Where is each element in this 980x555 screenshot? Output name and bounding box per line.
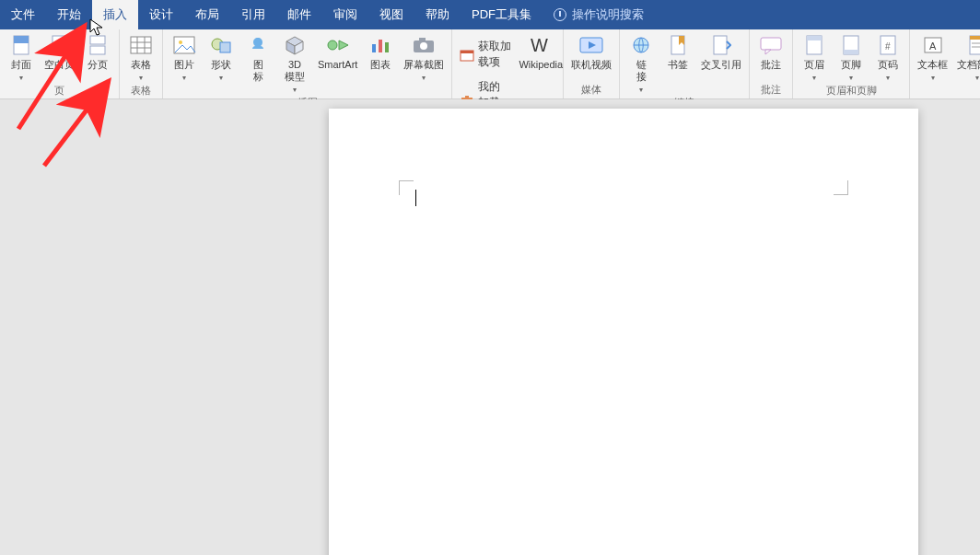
group-pages-label: 页 xyxy=(6,84,113,99)
page-number-icon: # xyxy=(875,33,901,57)
get-addins-button[interactable]: 获取加载项 xyxy=(458,37,515,72)
tell-me-label: 操作说明搜索 xyxy=(572,6,644,23)
icons-button[interactable]: 图 标 xyxy=(242,31,274,83)
pictures-icon xyxy=(171,33,197,57)
cross-reference-label: 交叉引用 xyxy=(701,59,741,71)
svg-rect-35 xyxy=(714,36,727,54)
group-links: 链 接 书签 交叉引用 链接 xyxy=(620,29,750,98)
3d-models-label: 3D 模型 xyxy=(285,59,305,83)
shapes-button[interactable]: 形状 xyxy=(205,31,237,84)
text-cursor xyxy=(415,190,416,206)
svg-rect-5 xyxy=(131,37,151,53)
smartart-icon xyxy=(325,33,351,57)
svg-rect-4 xyxy=(90,46,105,54)
page-number-button[interactable]: # 页码 xyxy=(872,31,904,84)
cover-page-label: 封面 xyxy=(11,59,31,71)
icons-icon xyxy=(245,33,271,57)
chart-button[interactable]: 图表 xyxy=(365,31,396,71)
bookmark-button[interactable]: 书签 xyxy=(662,31,694,71)
svg-rect-47 xyxy=(970,36,980,40)
tab-mailings[interactable]: 邮件 xyxy=(276,0,322,29)
3d-models-button[interactable]: 3D 模型 xyxy=(279,31,310,96)
textbox-button[interactable]: A 文本框 xyxy=(916,31,950,84)
header-button[interactable]: 页眉 xyxy=(799,31,830,84)
blank-page-button[interactable]: 空白页 xyxy=(42,31,76,71)
pictures-label: 图片 xyxy=(174,59,194,71)
svg-marker-18 xyxy=(339,40,348,50)
margin-marker-top-right xyxy=(834,180,848,195)
mouse-cursor-icon xyxy=(89,18,104,37)
page-break-label: 分页 xyxy=(88,59,108,71)
tab-references[interactable]: 引用 xyxy=(230,0,276,29)
screenshot-button[interactable]: 屏幕截图 xyxy=(402,31,446,84)
screenshot-label: 屏幕截图 xyxy=(403,59,444,71)
svg-rect-41 xyxy=(844,50,858,54)
link-icon xyxy=(628,33,654,57)
cover-page-button[interactable]: 封面 xyxy=(6,31,37,84)
tab-review[interactable]: 审阅 xyxy=(322,0,368,29)
margin-marker-top-left xyxy=(399,180,414,195)
video-icon xyxy=(578,33,604,57)
ribbon-tabbar: 文件 开始 插入 设计 布局 引用 邮件 审阅 视图 帮助 PDF工具集 操作说… xyxy=(0,0,980,29)
svg-rect-1 xyxy=(14,36,29,43)
hyperlink-button[interactable]: 链 接 xyxy=(625,31,657,96)
tell-me-search[interactable]: 操作说明搜索 xyxy=(542,0,655,29)
svg-point-11 xyxy=(179,40,182,44)
svg-rect-19 xyxy=(372,44,376,52)
bookmark-icon xyxy=(665,33,691,57)
document-page[interactable] xyxy=(329,109,918,555)
svg-rect-36 xyxy=(761,38,781,50)
page-break-button[interactable]: 分页 xyxy=(82,31,113,71)
shapes-label: 形状 xyxy=(211,59,231,71)
tab-home[interactable]: 开始 xyxy=(46,0,92,29)
tab-file[interactable]: 文件 xyxy=(0,0,46,29)
svg-rect-48 xyxy=(972,42,980,44)
group-tables: 表格 表格 xyxy=(120,29,163,98)
group-header-footer: 页眉 页脚 # 页码 页眉和页脚 xyxy=(793,29,910,98)
svg-rect-3 xyxy=(90,36,105,44)
svg-rect-49 xyxy=(972,46,980,48)
smartart-label: SmartArt xyxy=(318,59,357,71)
comment-button[interactable]: 批注 xyxy=(755,31,787,71)
get-addins-label: 获取加载项 xyxy=(478,39,513,70)
svg-rect-2 xyxy=(52,36,67,54)
group-pages: 封面 空白页 分页 页 xyxy=(0,29,120,98)
svg-text:W: W xyxy=(531,35,548,55)
header-label: 页眉 xyxy=(804,59,824,71)
quick-parts-button[interactable]: 文档部件 xyxy=(955,31,980,84)
tab-pdf-tools[interactable]: PDF工具集 xyxy=(461,0,542,29)
tab-view[interactable]: 视图 xyxy=(368,0,414,29)
smartart-button[interactable]: SmartArt xyxy=(316,31,359,71)
group-comments-label: 批注 xyxy=(755,83,787,98)
document-workspace[interactable] xyxy=(0,99,980,555)
blank-page-label: 空白页 xyxy=(44,59,75,71)
wikipedia-icon: W xyxy=(528,33,554,57)
tab-layout[interactable]: 布局 xyxy=(184,0,230,29)
hyperlink-label: 链 接 xyxy=(636,59,647,83)
group-addins: 获取加载项 我的加载项 ▾ W Wikipedia 加载项 xyxy=(452,29,564,98)
bookmark-label: 书签 xyxy=(668,59,688,71)
textbox-label: 文本框 xyxy=(917,59,948,71)
ribbon-insert: 封面 空白页 分页 页 表格 xyxy=(0,29,980,99)
svg-rect-24 xyxy=(419,38,426,41)
camera-icon xyxy=(411,33,437,57)
shapes-icon xyxy=(208,33,234,57)
group-comments: 批注 批注 xyxy=(750,29,793,98)
footer-button[interactable]: 页脚 xyxy=(835,31,867,84)
cube-icon xyxy=(282,33,308,57)
group-media: 联机视频 媒体 xyxy=(564,29,620,98)
group-tables-label: 表格 xyxy=(125,84,157,99)
group-text-label: 文本 xyxy=(916,84,980,99)
wikipedia-button[interactable]: W Wikipedia xyxy=(525,31,558,71)
cross-reference-button[interactable]: 交叉引用 xyxy=(699,31,743,71)
table-button[interactable]: 表格 xyxy=(125,31,157,84)
group-media-label: 媒体 xyxy=(569,83,613,98)
svg-rect-28 xyxy=(465,96,469,99)
textbox-icon: A xyxy=(920,33,946,57)
group-text: A 文本框 文档部件 A 艺术字 A 首字下沉 xyxy=(910,29,980,98)
tab-design[interactable]: 设计 xyxy=(138,0,184,29)
store-icon xyxy=(460,46,474,63)
online-video-button[interactable]: 联机视频 xyxy=(569,31,613,71)
tab-help[interactable]: 帮助 xyxy=(414,0,461,29)
pictures-button[interactable]: 图片 xyxy=(169,31,200,84)
